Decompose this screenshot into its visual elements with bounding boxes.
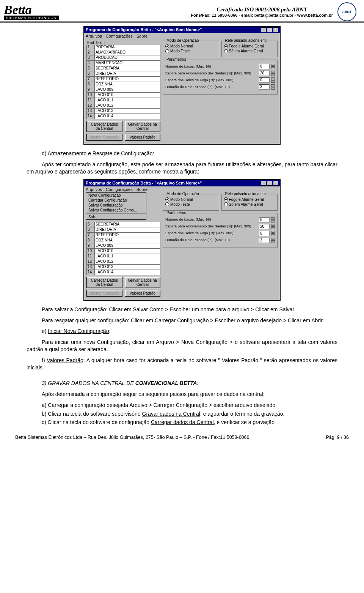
param-espera-reles-input[interactable]: 0 [259,77,270,83]
spin-down-icon[interactable]: ▼ [271,87,275,90]
radio-modo-normal[interactable] [165,197,169,201]
radio-rele-fogo[interactable] [224,44,228,48]
logo-subtitle: SISTEMAS ELETRÔNICOS [4,16,59,20]
spin-up-icon[interactable]: ▲ [271,84,275,87]
radio-rele-so[interactable] [224,202,228,206]
maximize-icon[interactable]: □ [267,181,272,186]
menu-arquivos[interactable]: Arquivos [86,187,102,192]
section-3-intro: Após determinada a configuração seguir o… [27,391,337,398]
menu-sobre[interactable]: Sobre [136,187,147,192]
group-rele: Rele pulsado aciona em: Fogo e Alarme Ge… [221,41,278,57]
page-header: Betta SISTEMAS ELETRÔNICOS Certificada I… [0,0,364,22]
radio-modo-normal[interactable] [165,44,169,48]
endpoint-text-input[interactable]: LACO 014 [95,270,160,275]
menu-item-salvar[interactable]: Salvar Configuração [86,203,146,208]
menu-item-salvar-como[interactable]: Salvar Configuração Como... [86,208,146,213]
table-row: 10LACO 010 [86,249,160,254]
minimize-icon[interactable]: _ [261,27,266,32]
table-row: 6DIRETORIA [86,227,160,233]
endpoint-text-input[interactable]: LACO 012 [95,103,160,109]
endpoint-text-input[interactable]: LACO 010 [95,93,160,98]
endpoint-text-input[interactable]: MANUTENCAO [95,61,160,66]
table-row: 8COZINHA [86,82,160,87]
param-lacos-label: Número de Laços: (Max. 96) [165,65,257,68]
endpoint-text-input[interactable]: COZINHA [95,238,160,243]
group-modo: Modo de Operação Modo Normal Modo Teste [163,41,219,57]
logo: Betta SISTEMAS ELETRÔNICOS [4,3,59,20]
iso-contact: Fone/Fax: 11 5058-6066 - email: betta@be… [191,13,333,17]
endpoint-text-input[interactable]: LACO 009 [95,87,160,93]
defaults-button[interactable]: Valores Padrão [125,134,161,141]
para-salvar: Para salvar a Configuração: Clicar em Sa… [27,306,337,313]
radio-modo-teste[interactable] [165,202,169,206]
config-window-1: Programa de Configuração Betta - "<Arqui… [83,26,281,145]
menu-item-sair[interactable]: Sair [86,214,146,219]
para-resgatar: Para resgatar qualquer configuração: Cli… [27,317,337,324]
menu-config[interactable]: Configurações [106,34,133,38]
endpoint-text-input[interactable]: LACO 009 [95,243,160,249]
param-espera-saidas-input[interactable]: 20 [259,71,270,76]
spin-up-icon[interactable]: ▲ [271,64,275,66]
maximize-icon[interactable]: □ [267,27,272,32]
minimize-icon[interactable]: _ [261,181,266,186]
defaults-button[interactable]: Valores Padrão [125,290,161,297]
endpoint-text-input[interactable]: LACO 012 [95,259,160,265]
param-lacos-input[interactable]: 8 [259,64,270,69]
spin-down-icon[interactable]: ▼ [271,80,275,83]
footer-left: Betta Sistemas Eletrônicos Ltda – Rua De… [15,435,249,440]
group-parametros: Parâmetros Número de Laços: (Max. 96) 8 … [163,60,278,95]
close-icon[interactable]: × [273,181,278,186]
radio-rele-so[interactable] [224,49,228,53]
spin-up-icon[interactable]: ▲ [271,77,275,80]
spin-down-icon[interactable]: ▼ [271,66,275,69]
endpoint-text-input[interactable]: LACO 011 [95,254,160,259]
spin-up-icon[interactable]: ▲ [271,71,275,73]
menu-item-carregar[interactable]: Carregar Configuração [86,198,146,203]
endpoint-text-input[interactable]: SECRETARIA [95,66,160,71]
abort-button[interactable]: Abortar Operação [86,290,122,297]
table-row: 4MANUTENCAO [86,61,160,66]
param-duracao-input[interactable]: 3 [259,84,270,90]
table-row: 2ALMOXARIFADO [86,50,160,55]
table-row: 9LACO 009 [86,87,160,93]
table-row: 14LACO 014 [86,114,160,119]
arquivos-dropdown: Nova Configuração Carregar Configuração … [86,192,146,220]
radio-rele-fogo[interactable] [224,197,228,201]
table-row: 5SECRETARIA [86,222,160,227]
endpoint-text-input[interactable]: COZINHA [95,82,160,87]
save-central-button[interactable]: Gravar Dados na Central [125,277,161,288]
col-header-end: End [86,41,95,45]
page-footer: Betta Sistemas Eletrônicos Ltda – Rua De… [0,433,364,444]
menu-sobre[interactable]: Sobre [136,34,147,38]
close-icon[interactable]: × [273,27,278,32]
table-row: 9LACO 009 [86,243,160,249]
endpoint-text-input[interactable]: DIRETORIA [95,71,160,77]
table-row: 11LACO 011 [86,98,160,103]
endpoint-text-input[interactable]: LACO 014 [95,114,160,119]
endpoint-text-input[interactable]: PORTARIA [95,45,160,50]
titlebar: Programa de Configuração Betta - "<Arqui… [84,27,280,33]
radio-modo-teste[interactable] [165,49,169,53]
endpoint-text-input[interactable]: LACO 013 [95,265,160,270]
menu-arquivos[interactable]: Arquivos [86,34,102,38]
endpoint-text-input[interactable]: LACO 013 [95,109,160,114]
save-central-button[interactable]: Gravar Dados na Central [125,121,161,132]
endpoint-text-input[interactable]: LACO 011 [95,98,160,103]
table-row: 10LACO 010 [86,93,160,98]
endpoint-text-input[interactable]: ALMOXARIFADO [95,50,160,55]
endpoint-text-input[interactable]: SECRETARIA [95,222,160,227]
menu-item-nova[interactable]: Nova Configuração [86,193,146,198]
load-central-button[interactable]: Carregar Dados da Central [86,121,122,132]
endpoint-text-input[interactable]: REFEITORIO [95,233,160,238]
abort-button[interactable]: Abortar Operação [86,134,122,141]
spin-down-icon[interactable]: ▼ [271,73,275,76]
load-central-button[interactable]: Carregar Dados da Central [86,277,122,288]
endpoint-text-input[interactable]: REFEITORIO [95,77,160,82]
step-c: c) Clicar na tecla do software de config… [27,419,337,426]
endpoint-text-input[interactable]: LACO 010 [95,249,160,254]
table-row: 13LACO 013 [86,109,160,114]
menu-config[interactable]: Configurações [106,187,133,192]
endpoint-text-input[interactable]: PRODUCAO [95,55,160,61]
endpoint-text-input[interactable]: DIRETORIA [95,227,160,233]
menu-separator [86,213,146,214]
